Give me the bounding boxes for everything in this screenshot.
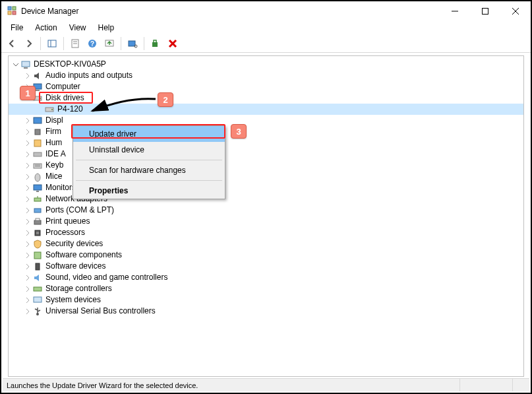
context-menu-uninstall[interactable]: Uninstall device [73, 142, 225, 158]
chevron-right-icon[interactable] [23, 127, 32, 137]
chevron-right-icon[interactable] [23, 116, 32, 125]
enable-device-button[interactable] [148, 36, 163, 51]
display-icon [32, 115, 43, 126]
tree-label: DESKTOP-KIV0A5P [34, 59, 106, 70]
chevron-right-icon[interactable] [23, 172, 32, 181]
tree-item-display[interactable]: Displ [9, 115, 523, 126]
forward-button[interactable] [21, 36, 37, 51]
status-bar: Launches the Update Driver Wizard for th… [3, 378, 529, 391]
svg-rect-29 [34, 140, 41, 147]
maximize-button[interactable] [470, 1, 500, 21]
help-button[interactable]: ? [84, 36, 100, 51]
svg-rect-16 [129, 41, 135, 46]
toolbar-separator [40, 37, 41, 50]
tree-label: Hum [45, 137, 62, 148]
svg-rect-41 [36, 218, 40, 220]
chevron-right-icon[interactable] [23, 150, 32, 159]
computer-icon [20, 59, 31, 70]
tree-item-storage[interactable]: Storage controllers [9, 283, 523, 294]
chevron-right-icon[interactable] [23, 183, 32, 193]
svg-rect-44 [34, 252, 41, 259]
chevron-right-icon[interactable] [23, 228, 32, 238]
tree-item-disk-drives[interactable]: Disk drives [9, 92, 523, 104]
tree-item-security[interactable]: Security devices [9, 238, 523, 249]
tree-label: Ports (COM & LPT) [45, 205, 114, 216]
uninstall-device-button[interactable] [165, 36, 181, 51]
chevron-right-icon[interactable] [23, 71, 32, 81]
storage-icon [32, 284, 43, 294]
tree-item-system[interactable]: System devices [9, 294, 523, 306]
scan-hardware-button[interactable] [125, 36, 140, 51]
context-menu-update-driver[interactable]: Update driver [73, 126, 225, 142]
tree-item-computer[interactable]: Computer [9, 81, 523, 92]
toolbar-separator [144, 37, 144, 50]
svg-rect-3 [13, 11, 16, 15]
tree-item-usb[interactable]: Universal Serial Bus controllers [9, 306, 523, 317]
toolbar: ? [1, 34, 531, 53]
tree-item-disk-child[interactable]: P4-120 [9, 104, 523, 115]
tree-label: Software components [45, 249, 122, 261]
port-icon [32, 205, 43, 216]
tree-label: Keyb [45, 160, 63, 171]
tree-label: Universal Serial Bus controllers [45, 306, 156, 317]
svg-rect-8 [48, 40, 56, 47]
svg-rect-19 [22, 61, 30, 67]
chevron-right-icon[interactable] [23, 195, 32, 204]
tree-label: Sound, video and game controllers [45, 272, 167, 283]
chevron-right-icon[interactable] [23, 217, 32, 226]
device-tree-panel: DESKTOP-KIV0A5P Audio inputs and outputs… [8, 55, 524, 377]
speaker-icon [32, 71, 43, 81]
menu-help[interactable]: Help [93, 22, 120, 34]
update-driver-toolbar-button[interactable] [102, 36, 117, 51]
show-hide-tree-button[interactable] [44, 36, 60, 51]
disk-icon [44, 104, 55, 115]
svg-rect-47 [34, 297, 42, 302]
tree-item-soft-components[interactable]: Software components [9, 249, 523, 261]
chevron-down-icon[interactable] [11, 60, 20, 69]
menu-file[interactable]: File [5, 22, 28, 34]
tree-item-print-queues[interactable]: Print queues [9, 216, 523, 227]
svg-rect-35 [34, 185, 42, 190]
svg-rect-2 [8, 11, 11, 15]
svg-rect-43 [36, 232, 39, 234]
tree-item-sound[interactable]: Sound, video and game controllers [9, 272, 523, 283]
chevron-right-icon[interactable] [23, 251, 32, 260]
tree-label: Displ [45, 115, 63, 126]
svg-rect-45 [36, 263, 40, 270]
minimize-button[interactable] [440, 1, 470, 21]
ide-icon [32, 149, 43, 160]
svg-point-34 [35, 174, 40, 181]
menu-action[interactable]: Action [30, 22, 62, 34]
context-menu-separator [76, 180, 222, 181]
back-button[interactable] [4, 36, 20, 51]
status-text: Launches the Update Driver Wizard for th… [7, 381, 198, 389]
context-menu-scan-hardware[interactable]: Scan for hardware changes [73, 162, 225, 178]
tree-item-processors[interactable]: Processors [9, 227, 523, 238]
chevron-right-icon[interactable] [23, 296, 32, 305]
context-menu-label: Scan for hardware changes [89, 166, 186, 175]
close-button[interactable] [500, 1, 531, 21]
chevron-right-icon[interactable] [23, 161, 32, 170]
chevron-right-icon[interactable] [23, 139, 32, 148]
chevron-right-icon[interactable] [23, 307, 32, 316]
chevron-right-icon[interactable] [23, 206, 32, 215]
printer-icon [32, 216, 43, 227]
chevron-right-icon[interactable] [23, 273, 32, 282]
svg-rect-39 [34, 209, 41, 213]
device-icon [32, 261, 43, 272]
chevron-right-icon[interactable] [23, 240, 32, 249]
tree-item-ports[interactable]: Ports (COM & LPT) [9, 205, 523, 216]
tree-item-audio[interactable]: Audio inputs and outputs [9, 70, 523, 81]
tree-label: P4-120 [57, 104, 83, 115]
chevron-right-icon[interactable] [23, 262, 32, 271]
context-menu-properties[interactable]: Properties [73, 183, 225, 199]
chevron-right-icon[interactable] [23, 284, 32, 294]
tree-label: Audio inputs and outputs [45, 70, 133, 81]
tree-root[interactable]: DESKTOP-KIV0A5P [9, 59, 523, 70]
usb-icon [32, 306, 43, 317]
context-menu-label: Properties [89, 186, 128, 195]
menu-view[interactable]: View [64, 22, 92, 34]
tree-item-soft-devices[interactable]: Software devices [9, 261, 523, 272]
cpu-icon [32, 228, 43, 238]
properties-button[interactable] [67, 36, 83, 51]
